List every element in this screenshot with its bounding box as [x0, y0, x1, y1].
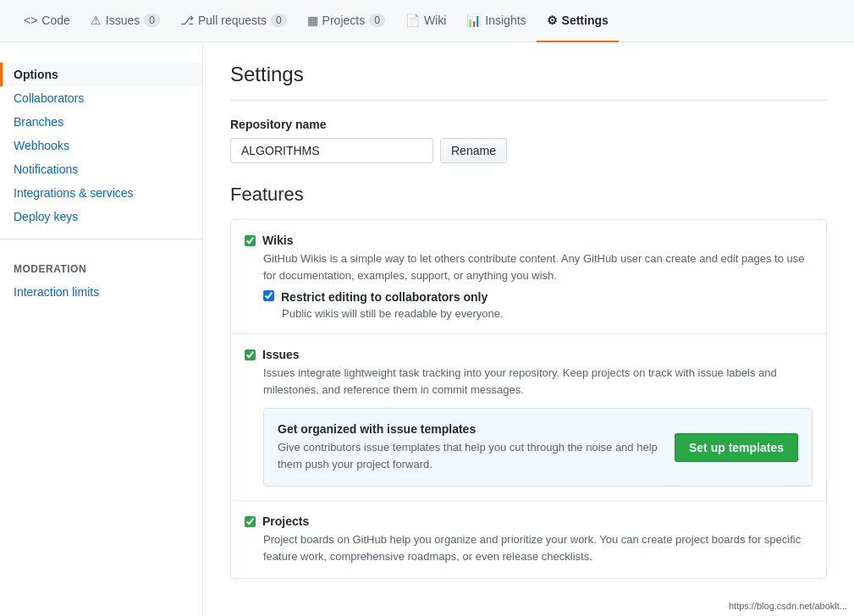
sidebar-divider [0, 239, 202, 239]
features-box: Wikis GitHub Wikis is a simple way to le… [230, 219, 827, 579]
wikis-desc: GitHub Wikis is a simple way to let othe… [263, 250, 813, 283]
page-title: Settings [230, 63, 827, 101]
restrict-wikis-label: Restrict editing to collaborators only [281, 290, 488, 304]
moderation-section-title: Moderation [0, 250, 202, 280]
pull-requests-badge: 0 [271, 14, 287, 27]
issues-desc: Issues integrate lightweight task tracki… [263, 365, 813, 398]
templates-box: Get organized with issue templates Give … [263, 408, 813, 487]
templates-title: Get organized with issue templates [278, 422, 661, 436]
templates-box-container: Get organized with issue templates Give … [263, 408, 813, 487]
sidebar-item-interaction-limits[interactable]: Interaction limits [0, 280, 202, 304]
issues-badge: 0 [144, 14, 160, 27]
projects-desc: Project boards on GitHub help you organi… [263, 531, 813, 564]
sidebar-item-deploy-keys[interactable]: Deploy keys [0, 205, 202, 228]
wiki-icon: 📄 [405, 14, 420, 27]
top-nav: <> Code ⚠ Issues 0 ⎇ Pull requests 0 ▦ P… [0, 0, 854, 42]
nav-insights[interactable]: 📊 Insights [456, 0, 536, 42]
projects-icon: ▦ [307, 14, 318, 27]
sidebar-item-branches[interactable]: Branches [0, 110, 202, 134]
nav-issues[interactable]: ⚠ Issues 0 [80, 0, 170, 42]
watermark: https://blog.csdn.net/aboklt... [725, 599, 851, 613]
feature-projects: Projects Project boards on GitHub help y… [231, 501, 826, 578]
projects-badge: 0 [369, 14, 385, 27]
projects-name: Projects [262, 514, 309, 528]
nav-pull-requests[interactable]: ⎇ Pull requests 0 [170, 0, 297, 42]
rename-button[interactable]: Rename [440, 138, 507, 163]
feature-wikis: Wikis GitHub Wikis is a simple way to le… [231, 220, 826, 334]
sidebar-item-webhooks[interactable]: Webhooks [0, 134, 202, 157]
templates-desc: Give contributors issue templates that h… [278, 439, 661, 472]
sidebar-item-options[interactable]: Options [0, 63, 202, 86]
nav-projects[interactable]: ▦ Projects 0 [297, 0, 395, 42]
nav-wiki[interactable]: 📄 Wiki [395, 0, 456, 42]
issues-icon: ⚠ [91, 14, 102, 27]
repo-name-row: Rename [230, 138, 827, 163]
main-content: Settings Repository name Rename Features… [203, 42, 854, 616]
repo-name-label: Repository name [230, 118, 827, 131]
sidebar-item-notifications[interactable]: Notifications [0, 157, 202, 181]
nav-code[interactable]: <> Code [14, 0, 80, 42]
wikis-name: Wikis [262, 234, 293, 247]
layout: Options Collaborators Branches Webhooks … [0, 42, 854, 616]
projects-checkbox[interactable] [245, 516, 256, 527]
wikis-sub-features: Restrict editing to collaborators only P… [263, 290, 813, 320]
code-icon: <> [24, 14, 37, 27]
features-title: Features [230, 184, 827, 206]
setup-templates-button[interactable]: Set up templates [675, 433, 798, 462]
restrict-wikis-checkbox[interactable] [263, 290, 274, 301]
issues-checkbox[interactable] [245, 349, 256, 360]
restrict-wikis-desc: Public wikis will still be readable by e… [282, 307, 813, 320]
sidebar-item-collaborators[interactable]: Collaborators [0, 86, 202, 110]
insights-icon: 📊 [466, 14, 481, 27]
sidebar-item-integrations[interactable]: Integrations & services [0, 181, 202, 205]
templates-text: Get organized with issue templates Give … [278, 422, 661, 472]
issues-name: Issues [262, 348, 300, 361]
pull-requests-icon: ⎇ [180, 14, 194, 27]
repo-name-input[interactable] [230, 138, 433, 163]
settings-icon: ⚙ [547, 14, 558, 27]
feature-issues: Issues Issues integrate lightweight task… [231, 334, 826, 501]
wikis-checkbox[interactable] [245, 235, 256, 246]
nav-settings[interactable]: ⚙ Settings [537, 0, 619, 42]
sidebar: Options Collaborators Branches Webhooks … [0, 42, 203, 616]
